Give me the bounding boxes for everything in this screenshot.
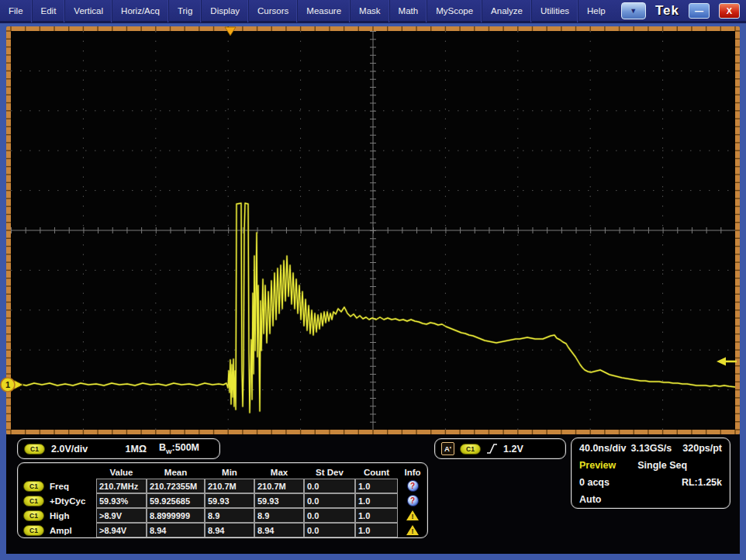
meas-mean: 8.94: [147, 523, 205, 538]
menu-measure[interactable]: Measure: [298, 0, 351, 22]
measurement-table: Value Mean Min Max St Dev Count Info C1 …: [22, 465, 423, 538]
meas-max: 8.9: [254, 508, 304, 523]
measurement-row-label: C1 Ampl: [22, 523, 96, 538]
channel1-badge: C1: [24, 444, 45, 455]
col-header-info: Info: [398, 465, 427, 479]
meas-max: 8.94: [254, 523, 304, 538]
info-icon[interactable]: [407, 495, 419, 506]
meas-min: 59.93: [205, 493, 254, 508]
menu-edit[interactable]: Edit: [33, 0, 66, 22]
menu-bar: File Edit Vertical Horiz/Acq Trig Displa…: [0, 0, 746, 23]
menu-help[interactable]: Help: [578, 0, 614, 22]
input-impedance: 1MΩ: [126, 444, 147, 455]
trigger-source-badge: A': [441, 442, 454, 455]
acquisition-count: 0 acqs: [579, 477, 610, 488]
warning-icon[interactable]: [406, 525, 419, 536]
warning-icon[interactable]: [406, 510, 419, 521]
menu-analyze[interactable]: Analyze: [482, 0, 532, 22]
rising-edge-icon: [486, 443, 498, 455]
menu-horiz-acq[interactable]: Horiz/Acq: [112, 0, 169, 22]
close-icon: X: [727, 6, 732, 16]
menu-utilities[interactable]: Utilities: [532, 0, 578, 22]
meas-value: 210.7MHz: [96, 479, 147, 493]
sample-rate: 3.13GS/s: [630, 443, 672, 454]
meas-value: >8.9V: [96, 508, 147, 523]
close-button[interactable]: X: [719, 3, 740, 19]
minimize-icon: —: [695, 6, 703, 16]
col-header-value: Value: [96, 465, 147, 479]
col-header-max: Max: [254, 465, 304, 479]
channel1-badge[interactable]: C1: [23, 496, 44, 506]
minimize-button[interactable]: —: [689, 3, 710, 19]
meas-stdev: 0.0: [304, 493, 355, 508]
channel1-badge[interactable]: C1: [23, 481, 44, 492]
channel1-badge[interactable]: C1: [23, 510, 44, 521]
menu-myscope[interactable]: MyScope: [427, 0, 482, 22]
menu-cursors[interactable]: Cursors: [249, 0, 298, 22]
meas-count: 1.0: [355, 508, 398, 523]
bandwidth-limit: BW:500M: [159, 442, 199, 455]
trigger-mode: Auto: [579, 494, 601, 505]
col-header-stdev: St Dev: [304, 465, 355, 479]
col-header-min: Min: [205, 465, 254, 479]
meas-count: 1.0: [355, 523, 398, 538]
measurement-panel: Value Mean Min Max St Dev Count Info C1 …: [17, 462, 428, 538]
menu-display[interactable]: Display: [202, 0, 249, 22]
timebase: 40.0ns/div: [579, 443, 626, 454]
meas-min: 8.9: [205, 508, 254, 523]
oscilloscope-window: File Edit Vertical Horiz/Acq Trig Displa…: [0, 0, 746, 560]
vertical-scale: 2.0V/div: [51, 444, 88, 455]
tek-logo: Tek: [655, 3, 679, 19]
meas-min: 210.7M: [205, 479, 254, 493]
acquisition-mode: Single Seq: [637, 460, 687, 471]
channel1-badge[interactable]: C1: [23, 525, 44, 536]
meas-value: 59.93%: [96, 493, 147, 508]
meas-stdev: 0.0: [304, 508, 355, 523]
measurement-row-label: C1 Freq: [22, 479, 96, 493]
channel1-marker-label: 1: [5, 380, 10, 389]
meas-count: 1.0: [355, 493, 398, 508]
menu-mask[interactable]: Mask: [351, 0, 389, 22]
acquisition-state: Preview: [579, 460, 616, 471]
menu-math[interactable]: Math: [390, 0, 428, 22]
col-header-mean: Mean: [147, 465, 205, 479]
measurement-row-label: C1 High: [22, 508, 96, 523]
titlebar-controls: Tek — X: [655, 3, 746, 19]
resolution: 320ps/pt: [682, 443, 722, 454]
trigger-channel-badge: C1: [460, 444, 481, 455]
trigger-level: 1.2V: [503, 444, 523, 455]
measurement-row-label: C1 +DtyCyc: [22, 493, 96, 508]
meas-mean: 210.72355M: [147, 479, 205, 493]
trigger-readout[interactable]: A' C1 1.2V: [434, 438, 566, 459]
meas-mean: 8.8999999: [147, 508, 205, 523]
meas-mean: 59.925685: [147, 493, 205, 508]
horizontal-readout[interactable]: 40.0ns/div 3.13GS/s 320ps/pt Preview Sin…: [571, 437, 730, 509]
meas-value: >8.94V: [96, 523, 147, 538]
menu-overflow-button[interactable]: ▼: [621, 2, 646, 19]
status-panel: C1 2.0V/div 1MΩ BW:500M A' C1 1.2V 40.0n…: [6, 434, 740, 554]
waveform-display: 1: [0, 23, 746, 434]
meas-count: 1.0: [355, 479, 398, 493]
menu-file[interactable]: File: [0, 0, 33, 22]
meas-max: 59.93: [254, 493, 304, 508]
meas-min: 8.94: [205, 523, 254, 538]
info-icon[interactable]: [407, 480, 419, 492]
meas-stdev: 0.0: [304, 523, 355, 538]
record-length: RL:1.25k: [682, 477, 722, 488]
menu-vertical[interactable]: Vertical: [65, 0, 112, 22]
channel-readout[interactable]: C1 2.0V/div 1MΩ BW:500M: [17, 438, 220, 459]
menu-trig[interactable]: Trig: [169, 0, 202, 22]
chevron-down-icon: ▼: [630, 7, 637, 15]
meas-max: 210.7M: [254, 479, 304, 493]
meas-stdev: 0.0: [304, 479, 355, 493]
col-header-count: Count: [355, 465, 398, 479]
